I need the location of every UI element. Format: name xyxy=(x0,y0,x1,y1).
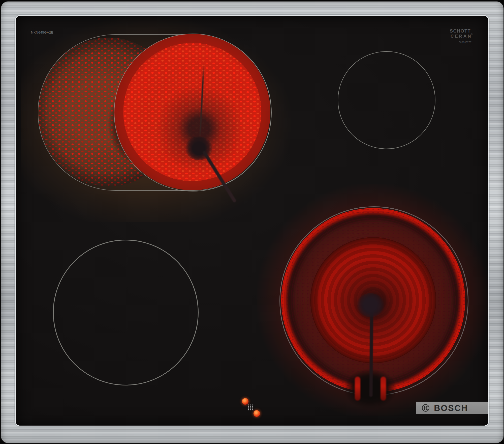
hot-dot-front-right xyxy=(254,410,260,417)
registered-mark: ® xyxy=(471,33,473,36)
residual-heat-cross-line xyxy=(251,393,251,405)
back-left-zone-outline xyxy=(114,34,272,191)
front-right-element-hub xyxy=(357,293,384,317)
residual-heat-cross-line xyxy=(254,408,265,408)
product-photo-stage: NKN645GA2E SCHOTT CERAN ® 9001607791 xyxy=(0,0,504,444)
schott-line: SCHOTT xyxy=(450,29,471,34)
bosch-wordmark: BOSCH xyxy=(434,403,468,413)
front-left-zone-outline xyxy=(53,240,199,385)
residual-heat-cross-line xyxy=(236,408,248,408)
front-right-lead-wire-glow xyxy=(381,377,386,401)
bosch-armature-icon xyxy=(421,404,430,412)
bosch-logo-bar: BOSCH xyxy=(416,402,488,414)
residual-heat-cross-line xyxy=(251,410,251,422)
front-right-lead-wire-glow xyxy=(355,377,360,401)
ceran-glass-surface: NKN645GA2E SCHOTT CERAN ® 9001607791 xyxy=(16,16,488,426)
hot-dot-back-left xyxy=(242,398,248,405)
back-right-zone-outline xyxy=(338,51,435,149)
residual-heat-wave-icon xyxy=(247,404,255,411)
serial-number: 9001607791 xyxy=(459,41,473,43)
ceran-line: CERAN xyxy=(451,34,472,39)
